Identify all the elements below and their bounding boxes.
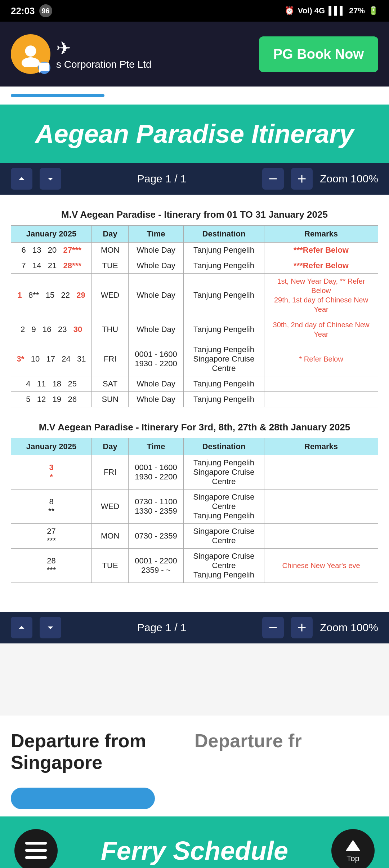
hamburger-icon <box>25 842 47 860</box>
chat-badge <box>38 62 50 74</box>
th-remarks-2: Remarks <box>264 438 378 455</box>
dest-cell: Tanjung PengelihSingapore Cruise Centre <box>183 455 264 490</box>
page-info-top: Page 1 / 1 <box>68 173 255 185</box>
arrow-up-icon <box>15 172 28 185</box>
remarks-cell <box>264 490 378 524</box>
zoom-out-button[interactable] <box>262 168 284 190</box>
time-cell: Whole Day <box>129 258 184 274</box>
time-cell: 0001 - 22002359 - ~ <box>129 549 184 583</box>
th-dates-1: January 2025 <box>11 226 92 243</box>
th-remarks-1: Remarks <box>264 226 378 243</box>
day-cell: FRI <box>92 342 129 376</box>
table-row: 8** WED 0730 - 11001330 - 2359 Singapore… <box>11 490 378 524</box>
page-info-bottom: Page 1 / 1 <box>68 621 255 634</box>
remarks-cell <box>264 455 378 490</box>
status-bar: 22:03 96 ⏰ Vol) 4G ▌▌▌ 27% 🔋 <box>0 0 389 22</box>
zoom-in-button-bottom[interactable] <box>291 617 313 638</box>
table-row: 27*** MON 0730 - 2359 Singapore Cruise C… <box>11 524 378 549</box>
table-row: 7 14 21 28*** TUE Whole Day Tanjung Peng… <box>11 258 378 274</box>
zoom-info-bottom: Zoom 100% <box>320 621 378 634</box>
dest-cell: Tanjung Pengelih <box>183 274 264 317</box>
notification-badge: 96 <box>39 4 52 17</box>
zoom-info-top: Zoom 100% <box>320 173 378 185</box>
date-cell: 3* <box>11 455 92 490</box>
prev-page-button-bottom[interactable] <box>11 617 32 638</box>
departure-title-1: Departure from Singapore <box>11 730 194 773</box>
spacer <box>0 643 389 716</box>
day-cell: SAT <box>92 376 129 392</box>
dest-cell: Tanjung Pengelih <box>183 258 264 274</box>
th-dest-1: Destination <box>183 226 264 243</box>
remarks-cell: ***Refer Below <box>264 258 378 274</box>
company-info: ✈ s Corporation Pte Ltd <box>56 38 152 70</box>
remarks-cell <box>264 524 378 549</box>
top-button[interactable]: Top <box>331 829 375 868</box>
dest-cell: Tanjung Pengelih <box>183 376 264 392</box>
day-cell: MON <box>92 524 129 549</box>
dest-cell: Tanjung PengelihSingapore Cruise Centre <box>183 342 264 376</box>
battery-icon: 🔋 <box>368 6 378 15</box>
prev-page-button[interactable] <box>11 168 32 190</box>
time-cell: Whole Day <box>129 274 184 317</box>
th-day-1: Day <box>92 226 129 243</box>
dates-cell: 5 12 19 26 <box>11 392 92 407</box>
th-dest-2: Destination <box>183 438 264 455</box>
day-cell: THU <box>92 317 129 342</box>
dest-cell: Singapore Cruise CentreTanjung Pengelih <box>183 549 264 583</box>
minus-icon-bottom <box>267 621 280 634</box>
section1-table: January 2025 Day Time Destination Remark… <box>11 225 378 407</box>
date-cell: 8** <box>11 490 92 524</box>
svg-point-0 <box>25 45 36 57</box>
arrow-up-icon-bottom <box>15 621 28 634</box>
date-cell: 27*** <box>11 524 92 549</box>
battery-percent: 27% <box>349 6 365 15</box>
time-cell: Whole Day <box>129 243 184 258</box>
th-time-1: Time <box>129 226 184 243</box>
blue-button[interactable] <box>11 788 155 809</box>
table-row: 3* 10 17 24 31 FRI 0001 - 16001930 - 220… <box>11 342 378 376</box>
itinerary-title: Aegean Paradise Itinerary <box>7 119 382 149</box>
minus-icon <box>267 172 280 185</box>
arrow-down-icon <box>44 172 57 185</box>
next-page-button[interactable] <box>40 168 61 190</box>
status-left: 22:03 96 <box>11 4 52 17</box>
svg-rect-4 <box>25 856 47 859</box>
time-cell: Whole Day <box>129 392 184 407</box>
dates-cell: 6 13 20 27*** <box>11 243 92 258</box>
time-cell: 0730 - 11001330 - 2359 <box>129 490 184 524</box>
day-cell: MON <box>92 243 129 258</box>
svg-rect-3 <box>25 849 47 852</box>
hamburger-button[interactable] <box>14 829 58 868</box>
signal-bars-icon: ▌▌▌ <box>328 6 345 15</box>
alarm-icon: ⏰ <box>285 6 294 15</box>
book-now-button[interactable]: PG Book Now <box>259 36 378 72</box>
plus-icon <box>295 172 308 185</box>
table-row: 3* FRI 0001 - 16001930 - 2200 Tanjung Pe… <box>11 455 378 490</box>
time-cell: 0001 - 16001930 - 2200 <box>129 455 184 490</box>
section2-table: January 2025 Day Time Destination Remark… <box>11 438 378 583</box>
zoom-out-button-bottom[interactable] <box>262 617 284 638</box>
progress-bar <box>11 94 104 97</box>
dest-cell: Tanjung Pengelih <box>183 243 264 258</box>
blue-button-hint <box>0 788 389 816</box>
th-day-2: Day <box>92 438 129 455</box>
time-cell: Whole Day <box>129 376 184 392</box>
company-name: s Corporation Pte Ltd <box>56 59 152 70</box>
departure-title-2: Departure fr <box>194 730 378 752</box>
progress-area <box>0 87 389 105</box>
table-row: 6 13 20 27*** MON Whole Day Tanjung Peng… <box>11 243 378 258</box>
next-page-button-bottom[interactable] <box>40 617 61 638</box>
th-time-2: Time <box>129 438 184 455</box>
status-right: ⏰ Vol) 4G ▌▌▌ 27% 🔋 <box>285 6 378 15</box>
day-cell: WED <box>92 274 129 317</box>
day-cell: TUE <box>92 549 129 583</box>
day-cell: WED <box>92 490 129 524</box>
dates-cell: 4 11 18 25 <box>11 376 92 392</box>
ferry-schedule-label: Ferry Schedule <box>101 836 288 865</box>
zoom-in-button[interactable] <box>291 168 313 190</box>
day-cell: TUE <box>92 258 129 274</box>
date-cell: 28*** <box>11 549 92 583</box>
top-label: Top <box>346 854 359 863</box>
remarks-cell: * Refer Below <box>264 342 378 376</box>
dates-cell: 3* 10 17 24 31 <box>11 342 92 376</box>
